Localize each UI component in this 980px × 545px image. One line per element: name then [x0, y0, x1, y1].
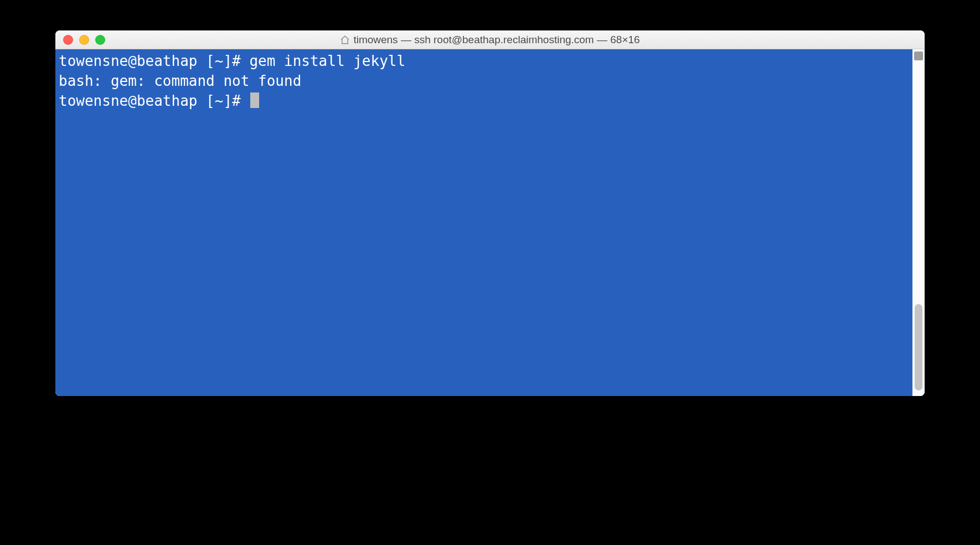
terminal-line: towensne@beathap [~]# gem install jekyll [59, 52, 909, 71]
scrollbar-track[interactable] [912, 49, 925, 396]
window-body: towensne@beathap [~]# gem install jekyll… [55, 49, 925, 396]
terminal-line: towensne@beathap [~]# [59, 91, 909, 111]
home-icon [340, 35, 350, 45]
titlebar[interactable]: timowens — ssh root@beathap.reclaimhosti… [55, 30, 925, 49]
terminal-window: timowens — ssh root@beathap.reclaimhosti… [55, 30, 925, 396]
prompt: towensne@beathap [~]# [59, 53, 249, 69]
scroll-marker-icon [914, 52, 923, 60]
cursor-icon [250, 92, 259, 107]
terminal-view[interactable]: towensne@beathap [~]# gem install jekyll… [55, 49, 912, 396]
minimize-button[interactable] [79, 35, 89, 45]
command-text: gem install jekyll [249, 53, 405, 69]
window-controls [63, 35, 105, 45]
close-button[interactable] [63, 35, 73, 45]
window-title: timowens — ssh root@beathap.reclaimhosti… [353, 34, 639, 46]
zoom-button[interactable] [95, 35, 105, 45]
scrollbar-thumb[interactable] [915, 304, 922, 390]
terminal-line: bash: gem: command not found [59, 71, 909, 91]
title-center: timowens — ssh root@beathap.reclaimhosti… [55, 34, 925, 46]
prompt: towensne@beathap [~]# [59, 92, 249, 109]
output-text: bash: gem: command not found [59, 73, 301, 89]
